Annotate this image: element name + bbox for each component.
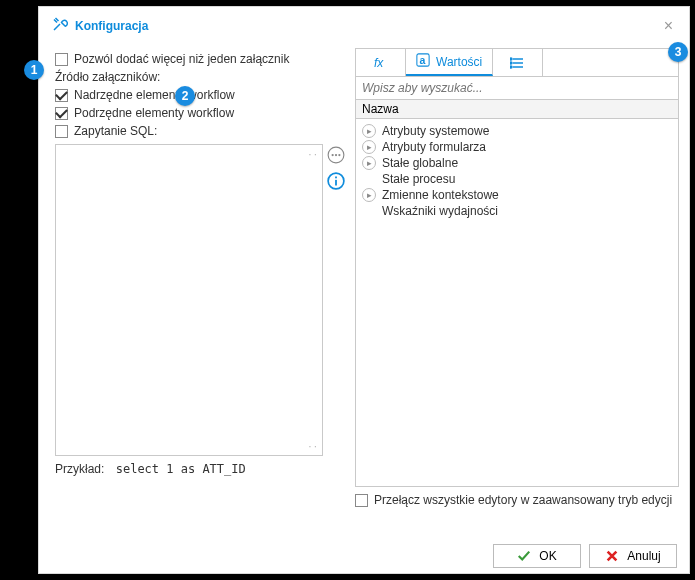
child-wf-checkbox[interactable]: [55, 107, 68, 120]
tree-header-label: Nazwa: [362, 102, 399, 116]
allow-multiple-row[interactable]: Pozwól dodać więcej niż jeden załącznik: [55, 52, 345, 66]
sql-editor-wrap: ·· ··: [55, 144, 345, 456]
svg-point-15: [510, 66, 512, 68]
tree-item-perf-indicators[interactable]: Wskaźniki wydajności: [358, 203, 676, 219]
tree-item-process-consts[interactable]: Stałe procesu: [358, 171, 676, 187]
ok-button[interactable]: OK: [493, 544, 581, 568]
info-icon[interactable]: [327, 172, 345, 190]
expand-icon[interactable]: ▸: [362, 188, 376, 202]
tab-fx[interactable]: fx: [356, 49, 406, 76]
advanced-mode-checkbox[interactable]: [355, 494, 368, 507]
advanced-mode-label: Przełącz wszystkie edytory w zaawansowan…: [374, 493, 672, 507]
callout-3: 3: [668, 42, 688, 62]
right-pane: fx a Wartości Nazwa: [355, 48, 679, 536]
example-label: Przykład:: [55, 462, 104, 476]
dialog-footer: OK Anuluj: [39, 536, 689, 576]
svg-rect-5: [335, 180, 337, 186]
dialog-content: Pozwól dodać więcej niż jeden załącznik …: [39, 42, 689, 536]
expand-icon[interactable]: ▸: [362, 156, 376, 170]
search-box[interactable]: [355, 76, 679, 100]
sql-query-label: Zapytanie SQL:: [74, 124, 157, 138]
svg-point-14: [510, 62, 512, 64]
allow-multiple-checkbox[interactable]: [55, 53, 68, 66]
sql-editor[interactable]: ·· ··: [55, 144, 323, 456]
ok-label: OK: [539, 549, 556, 563]
source-label: Źródło załączników:: [55, 70, 160, 84]
expand-icon-blank: [362, 204, 376, 218]
svg-text:fx: fx: [374, 56, 384, 70]
parent-wf-checkbox[interactable]: [55, 89, 68, 102]
tools-icon: [51, 15, 69, 36]
title-bar: Konfiguracja ×: [39, 7, 689, 42]
sql-query-row[interactable]: Zapytanie SQL:: [55, 124, 345, 138]
search-input[interactable]: [356, 77, 678, 99]
tree-item-label: Stałe procesu: [382, 172, 455, 186]
dialog-title: Konfiguracja: [51, 15, 148, 36]
tree-item-context-vars[interactable]: ▸ Zmienne kontekstowe: [358, 187, 676, 203]
expand-icon[interactable]: ▸: [362, 124, 376, 138]
check-icon: [517, 549, 531, 563]
cancel-label: Anuluj: [627, 549, 660, 563]
left-pane: Pozwól dodać więcej niż jeden załącznik …: [49, 48, 345, 536]
allow-multiple-label: Pozwól dodać więcej niż jeden załącznik: [74, 52, 289, 66]
callout-2: 2: [175, 86, 195, 106]
example-row: Przykład: select 1 as ATT_ID: [55, 462, 345, 476]
tree-item-label: Zmienne kontekstowe: [382, 188, 499, 202]
tree-item-label: Stałe globalne: [382, 156, 458, 170]
resize-dots-top: ··: [308, 147, 319, 161]
callout-1: 1: [24, 60, 44, 80]
source-label-row: Źródło załączników:: [55, 70, 345, 84]
dialog-title-text: Konfiguracja: [75, 19, 148, 33]
tree-header: Nazwa: [355, 100, 679, 119]
tree-item-global-consts[interactable]: ▸ Stałe globalne: [358, 155, 676, 171]
cancel-icon: [605, 549, 619, 563]
svg-point-3: [338, 154, 340, 156]
cancel-button[interactable]: Anuluj: [589, 544, 677, 568]
tab-values[interactable]: a Wartości: [406, 49, 493, 76]
tree-item-label: Atrybuty systemowe: [382, 124, 489, 138]
resize-dots-bottom: ··: [308, 439, 319, 453]
tree-item-label: Wskaźniki wydajności: [382, 204, 498, 218]
expand-icon-blank: [362, 172, 376, 186]
tabs: fx a Wartości: [355, 48, 679, 76]
tab-values-label: Wartości: [436, 55, 482, 69]
values-tab-icon: a: [416, 53, 430, 70]
example-code: select 1 as ATT_ID: [116, 462, 246, 476]
config-dialog: Konfiguracja × Pozwól dodać więcej niż j…: [38, 6, 690, 574]
tree-item-label: Atrybuty formularza: [382, 140, 486, 154]
svg-text:a: a: [420, 54, 426, 66]
advanced-mode-row[interactable]: Przełącz wszystkie edytory w zaawansowan…: [355, 493, 679, 507]
svg-point-1: [332, 154, 334, 156]
svg-rect-6: [335, 177, 337, 179]
child-wf-label: Podrzędne elementy workflow: [74, 106, 234, 120]
parent-wf-row[interactable]: Nadrzędne elementy workflow: [55, 88, 345, 102]
tree-item-system-attrs[interactable]: ▸ Atrybuty systemowe: [358, 123, 676, 139]
sql-query-checkbox[interactable]: [55, 125, 68, 138]
tab-list[interactable]: [493, 49, 543, 76]
svg-point-2: [335, 154, 337, 156]
tree[interactable]: ▸ Atrybuty systemowe ▸ Atrybuty formular…: [355, 119, 679, 487]
editor-side-icons: [327, 144, 345, 456]
expand-icon[interactable]: ▸: [362, 140, 376, 154]
svg-point-13: [510, 58, 512, 60]
child-wf-row[interactable]: Podrzędne elementy workflow: [55, 106, 345, 120]
parent-wf-label: Nadrzędne elementy workflow: [74, 88, 235, 102]
close-icon[interactable]: ×: [660, 17, 677, 35]
tree-item-form-attrs[interactable]: ▸ Atrybuty formularza: [358, 139, 676, 155]
ellipsis-icon[interactable]: [327, 146, 345, 164]
